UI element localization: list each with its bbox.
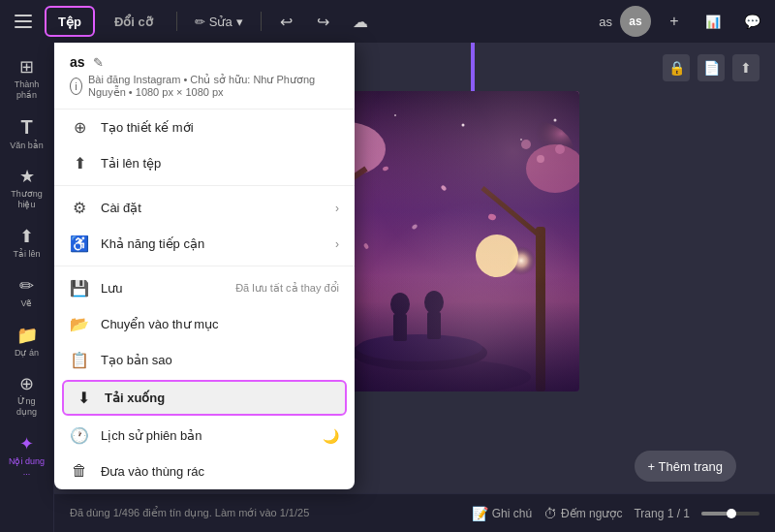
zoom-bar-fill — [701, 512, 728, 516]
draw-icon: ✏ — [19, 275, 34, 297]
undo-button[interactable]: ↩ — [271, 6, 302, 37]
pencil-icon: ✏ — [195, 15, 205, 29]
save-icon: 💾 — [70, 279, 89, 297]
svg-point-32 — [462, 124, 465, 127]
menu-item-save[interactable]: 💾 Lưu Đã lưu tất cả thay đổi — [54, 270, 355, 306]
settings-icon: ⚙ — [70, 199, 89, 217]
history-icon: 🕐 — [70, 426, 89, 445]
create-new-icon: ⊕ — [70, 118, 89, 137]
upload-icon: ⬆ — [19, 226, 34, 247]
content-icon: ✦ — [19, 433, 34, 454]
zoom-handle[interactable] — [727, 509, 736, 518]
bottom-right: 📝 Ghi chú ⏱ Đếm ngược Trang 1 / 1 — [472, 506, 760, 521]
svg-point-5 — [476, 235, 518, 277]
download-icon: ⬇ — [74, 389, 93, 407]
sidebar-item-du-an[interactable]: 📁 Dự án — [4, 319, 50, 364]
credit-info: Đã dùng 1/496 điểm tín dụng. Làm mới vào… — [70, 507, 309, 519]
redo-button[interactable]: ↪ — [308, 6, 339, 37]
project-icon: 📁 — [16, 325, 38, 346]
note-icon: 📝 — [472, 506, 488, 521]
bottom-bar: Đã dùng 1/496 điểm tín dụng. Làm mới vào… — [54, 493, 775, 532]
topbar-divider — [176, 12, 177, 31]
svg-point-21 — [487, 213, 496, 221]
sidebar-item-thuong-hieu[interactable]: ★ Thương hiệu — [4, 160, 50, 216]
svg-point-20 — [440, 184, 447, 191]
svg-rect-1 — [15, 20, 32, 22]
arrow-icon: › — [335, 202, 339, 215]
timer-icon: ⏱ — [543, 506, 557, 521]
menu-item-trash[interactable]: 🗑 Đưa vào thùng rác — [54, 454, 355, 488]
sidebar-icons: ⊞ Thành phần T Văn bản ★ Thương hiệu ⬆ T… — [0, 43, 54, 532]
upload-file-icon: ⬆ — [70, 154, 89, 172]
menu-icon-button[interactable] — [8, 6, 39, 37]
sidebar-item-ve[interactable]: ✏ Vẽ — [4, 269, 50, 315]
menu-separator-1 — [54, 185, 355, 186]
dropdown-user-row: as ✎ — [70, 54, 339, 70]
svg-rect-2 — [15, 26, 32, 28]
menu-item-version-history[interactable]: 🕐 Lịch sử phiên bản 🌙 — [54, 418, 355, 454]
menu-separator-2 — [54, 266, 355, 266]
page-indicator: Trang 1 / 1 — [634, 507, 690, 520]
topbar-sua[interactable]: ✏ Sửa ▾ — [187, 11, 251, 33]
svg-point-34 — [554, 119, 557, 122]
menu-item-create-new[interactable]: ⊕ Tạo thiết kế mới — [54, 110, 355, 145]
edit-username-icon[interactable]: ✎ — [93, 55, 104, 70]
share-button[interactable]: ⬆ — [732, 54, 760, 81]
svg-point-40 — [521, 140, 531, 149]
text-icon: T — [20, 116, 32, 139]
dropdown-info-row: i Bài đăng Instagram • Chủ sở hữu: Như P… — [70, 74, 339, 99]
accessibility-icon: ♿ — [70, 235, 89, 253]
svg-line-17 — [482, 188, 541, 236]
topbar-left: Tệp Đổi cỡ ✏ Sửa ▾ ↩ ↪ ☁ — [8, 6, 376, 37]
duplicate-icon: 📋 — [70, 351, 89, 369]
svg-rect-0 — [15, 15, 32, 16]
copy-button[interactable]: 📄 — [698, 54, 725, 81]
app-icon: ⊕ — [19, 373, 34, 394]
menu-item-settings[interactable]: ⚙ Cài đặt › — [54, 190, 355, 226]
menu-item-upload-file[interactable]: ⬆ Tải lên tệp — [54, 145, 355, 181]
dropdown-username: as — [70, 54, 85, 70]
cloud-sync-button[interactable]: ☁ — [345, 6, 376, 37]
topbar: Tệp Đổi cỡ ✏ Sửa ▾ ↩ ↪ ☁ as as + 📊 💬 — [0, 0, 775, 43]
add-collaborator-button[interactable]: + — [659, 6, 690, 37]
sidebar-item-van-ban[interactable]: T Văn bản — [4, 110, 50, 157]
svg-point-22 — [411, 224, 418, 231]
add-page-button[interactable]: + Thêm trang — [635, 451, 736, 482]
dem-nguoc-button[interactable]: ⏱ Đếm ngược — [543, 506, 622, 521]
menu-item-download[interactable]: ⬇ Tải xuống — [62, 380, 347, 416]
sidebar-item-tai-len[interactable]: ⬆ Tải lên — [4, 220, 50, 266]
tab-doi-co[interactable]: Đổi cỡ — [101, 6, 167, 37]
sidebar-item-thanh-phan[interactable]: ⊞ Thành phần — [4, 50, 50, 107]
svg-point-11 — [526, 144, 579, 193]
svg-point-23 — [363, 242, 369, 249]
info-icon[interactable]: i — [70, 78, 82, 95]
arrow-icon-2: › — [335, 237, 339, 251]
brand-icon: ★ — [19, 166, 35, 187]
menu-item-accessibility[interactable]: ♿ Khả năng tiếp cận › — [54, 226, 355, 262]
topbar-divider2 — [261, 12, 262, 31]
canvas-toolbar: 🔒 📄 ⬆ — [663, 54, 760, 81]
file-dropdown-menu: as ✎ i Bài đăng Instagram • Chủ sở hữu: … — [54, 43, 355, 489]
topbar-right: as as + 📊 💬 — [599, 6, 767, 37]
main-layout: ⊞ Thành phần T Văn bản ★ Thương hiệu ⬆ T… — [0, 43, 775, 532]
sidebar-item-ung-dung[interactable]: ⊕ Ứng dụng — [4, 367, 50, 423]
svg-point-31 — [394, 114, 396, 116]
menu-item-duplicate[interactable]: 📋 Tạo bản sao — [54, 342, 355, 378]
chat-icon[interactable]: 💬 — [736, 6, 767, 37]
component-icon: ⊞ — [19, 56, 34, 78]
zoom-control[interactable] — [701, 512, 760, 516]
doc-info-text: Bài đăng Instagram • Chủ sở hữu: Như Phư… — [88, 74, 339, 99]
lock-button[interactable]: 🔒 — [663, 54, 690, 81]
folder-icon: 📂 — [70, 315, 89, 333]
chart-icon[interactable]: 📊 — [698, 6, 728, 37]
svg-point-33 — [520, 139, 522, 141]
avatar[interactable]: as — [620, 6, 651, 37]
menu-item-move-to-folder[interactable]: 📂 Chuyển vào thư mục — [54, 306, 355, 342]
ghi-chu-button[interactable]: 📝 Ghi chú — [472, 506, 532, 521]
trash-icon: 🗑 — [70, 462, 89, 480]
svg-point-41 — [537, 155, 544, 163]
svg-point-42 — [555, 144, 565, 154]
sidebar-item-noi-dung[interactable]: ✦ Nội dung ... — [4, 427, 50, 484]
svg-point-10 — [487, 120, 574, 188]
tab-tep[interactable]: Tệp — [45, 6, 95, 37]
